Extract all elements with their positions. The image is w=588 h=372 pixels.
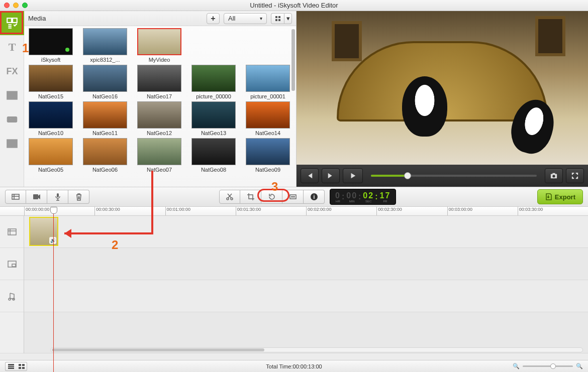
media-item-label: xpic8312_... [81,57,129,63]
ruler-tick: 00:01:30:00 [236,207,306,215]
media-item-label: NatGeo08 [190,167,237,173]
svg-text:i: i [313,194,315,200]
zoom-slider[interactable] [523,365,573,367]
media-item-NatGeo10[interactable]: NatGeo10 [27,101,74,136]
media-item-NatGeo17[interactable]: NatGeo17 [136,65,183,99]
media-item-NatGeo11[interactable]: NatGeo11 [81,101,129,136]
svg-rect-16 [57,193,59,197]
record-voice-button[interactable] [47,190,68,204]
media-item-NatGeo06[interactable]: NatGeo06 [81,138,129,173]
svg-rect-9 [275,19,277,21]
tab-media[interactable] [0,11,24,35]
svg-point-27 [9,298,11,300]
add-to-timeline-button[interactable] [5,190,26,204]
media-scrollbar[interactable] [291,29,295,184]
edit-toolbar: i 0HR : 00MIN : 02SEC : 17FR Export [0,187,588,207]
delete-button[interactable] [68,190,89,204]
step-back-button[interactable] [301,168,319,183]
media-grid: iSkysoftxpic8312_...MyVideoNatGeo15NatGe… [24,26,296,187]
track-overlay-label[interactable] [0,248,24,280]
media-item-label: NatGeo14 [244,130,291,136]
svg-point-20 [291,196,292,197]
view-grid-button[interactable] [271,13,284,24]
svg-rect-26 [12,264,16,267]
media-item-NatGeo13[interactable]: NatGeo13 [190,101,237,136]
media-item-label: NatGeo05 [27,167,74,173]
svg-point-18 [231,198,233,200]
media-filter-dropdown[interactable]: All [224,13,267,24]
ruler-tick: 00:01:00:00 [165,207,236,215]
media-item-label: NatGeo12 [136,130,183,136]
ruler-tick: 00:00:00:00 [24,207,94,215]
media-item-label: NatGeo15 [27,93,74,99]
view-grid-dropdown[interactable]: ▾ [284,13,292,24]
timeline-ruler[interactable]: 00:00:00:0000:00:30:0000:01:00:0000:01:3… [0,207,588,216]
tab-fx[interactable]: FX [0,59,24,83]
preview-panel [297,11,588,187]
svg-rect-3 [12,95,17,98]
timeline-area[interactable]: 🔊 [24,216,588,353]
timeline-clip-myvideo[interactable]: 🔊 [29,217,58,246]
media-item-NatGeo09[interactable]: NatGeo09 [244,138,291,173]
playhead[interactable] [53,207,54,372]
svg-rect-0 [7,18,12,23]
media-item-label: NatGeo07 [136,167,183,173]
track-audio-label[interactable] [0,280,24,312]
ruler-tick: 00:00:30:00 [94,207,165,215]
svg-text:AB: AB [10,117,15,122]
media-item-picture_00001[interactable]: picture_00001 [244,65,291,99]
crop-button[interactable] [240,190,261,204]
overlay-track[interactable] [24,248,588,280]
media-item-label: NatGeo17 [136,93,183,99]
titlebar: Untitled - iSkysoft Video Editor [0,0,588,11]
media-panel: Media + All ▾ iSkysoftxpic8312_...MyVide… [24,11,297,187]
media-item-label: iSkysoft [27,57,74,63]
play-button[interactable] [343,168,363,183]
preview-canvas[interactable] [297,11,588,165]
media-item-NatGeo05[interactable]: NatGeo05 [27,138,74,173]
media-item-MyVideo[interactable]: MyVideo [136,28,183,63]
svg-rect-19 [290,195,296,199]
playback-slider[interactable] [371,175,537,177]
tab-pip[interactable] [0,83,24,107]
media-item-NatGeo07[interactable]: NatGeo07 [136,138,183,173]
status-total-time: Total Time:00:00:13:00 [0,363,588,369]
media-item-NatGeo15[interactable]: NatGeo15 [27,65,74,99]
media-item-NatGeo12[interactable]: NatGeo12 [136,101,183,136]
tab-split[interactable] [0,132,24,156]
media-item-NatGeo08[interactable]: NatGeo08 [190,138,237,173]
audio-track[interactable] [24,280,588,312]
fullscreen-button[interactable] [566,168,584,183]
media-item-iSkysoft[interactable]: iSkysoft [27,28,74,63]
export-button[interactable]: Export [537,189,583,204]
tab-text[interactable]: T [0,35,24,59]
media-item-label: MyVideo [136,57,183,63]
media-item-label: NatGeo13 [190,130,237,136]
svg-rect-24 [8,229,16,235]
rotate-button[interactable] [261,190,282,204]
timeline-scrollbar[interactable] [50,347,583,352]
snapshot-button[interactable] [545,168,563,183]
media-item-picture_00000[interactable]: picture_00000 [190,65,237,99]
svg-rect-1 [13,18,17,23]
media-item-NatGeo14[interactable]: NatGeo14 [244,101,291,136]
cut-button[interactable] [219,190,240,204]
track-video-label[interactable] [0,216,24,248]
timeline-tracks: 🔊 [0,216,588,353]
svg-point-21 [293,196,295,197]
info-button[interactable]: i [304,190,325,204]
media-item-label: picture_00001 [244,93,291,99]
video-track[interactable]: 🔊 [24,216,588,248]
tab-intertitle[interactable]: AB [0,107,24,132]
ruler-tick: 00:03:30:00 [518,207,588,215]
edit-clip-button[interactable] [282,190,304,204]
svg-rect-7 [275,16,277,18]
import-button[interactable]: + [207,13,220,24]
media-item-label: NatGeo10 [27,130,74,136]
record-video-button[interactable] [26,190,47,204]
ruler-tick: 00:02:00:00 [306,207,376,215]
svg-rect-13 [552,173,555,175]
media-item-NatGeo16[interactable]: NatGeo16 [81,65,129,99]
media-item-xpic8312_...[interactable]: xpic8312_... [81,28,129,63]
step-forward-button[interactable] [322,168,340,183]
